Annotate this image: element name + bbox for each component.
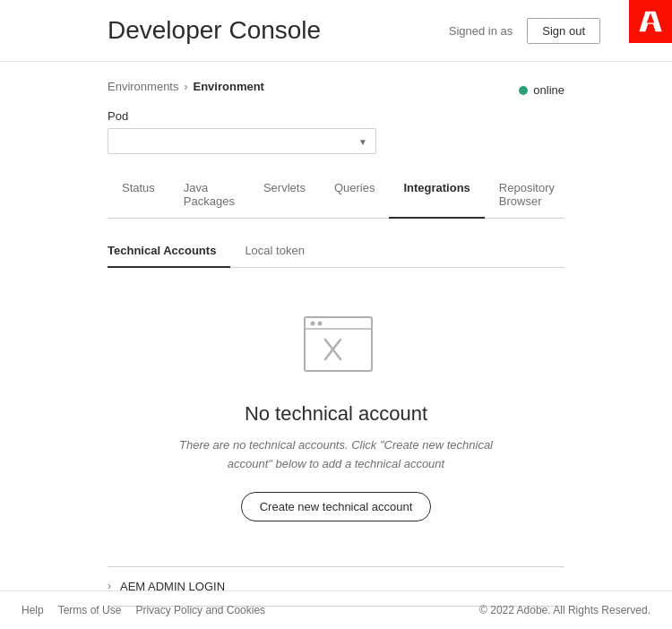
breadcrumb-current: Environment [193,80,263,93]
pod-label: Pod [108,109,564,123]
page-title: Developer Console [108,16,449,45]
breadcrumb-separator: › [184,81,187,93]
footer-privacy-link[interactable]: Privacy Policy and Cookies [135,604,265,616]
tab-servlets[interactable]: Servlets [249,172,320,219]
online-label: online [533,83,564,97]
breadcrumb: Environments › Environment [108,80,264,93]
tab-queries[interactable]: Queries [320,172,390,219]
tab-integrations[interactable]: Integrations [389,172,484,219]
pod-select-wrapper: ▼ [108,128,376,154]
signed-in-label: Signed in as [449,24,513,38]
footer: Help Terms of Use Privacy Policy and Coo… [0,590,672,629]
pod-section: Pod ▼ [108,109,564,154]
empty-state-title: No technical account [245,402,427,426]
sign-out-button[interactable]: Sign out [527,18,600,44]
footer-links: Help Terms of Use Privacy Policy and Coo… [22,604,265,616]
footer-copyright: © 2022 Adobe. All Rights Reserved. [479,604,650,616]
sub-tabs: Technical Accounts Local token [108,237,564,268]
online-indicator: online [519,83,564,97]
adobe-logo [629,0,672,43]
header: Developer Console Signed in as Sign out [0,0,672,62]
create-technical-account-button[interactable]: Create new technical account [241,492,432,521]
empty-state-description: There are no technical accounts. Click "… [166,436,506,474]
footer-terms-link[interactable]: Terms of Use [58,604,122,616]
online-dot [519,86,528,95]
subtab-technical-accounts[interactable]: Technical Accounts [108,237,230,268]
empty-state: No technical account There are no techni… [108,268,564,557]
tab-java-packages[interactable]: Java Packages [169,172,249,219]
breadcrumb-parent[interactable]: Environments [108,80,178,93]
nav-tabs: Status Java Packages Servlets Queries In… [108,172,564,219]
svg-point-4 [311,322,315,326]
subtab-local-token[interactable]: Local token [245,237,319,268]
svg-point-5 [318,322,323,326]
footer-help-link[interactable]: Help [22,604,44,616]
empty-state-icon [291,313,381,384]
main-content: Environments › Environment online Pod ▼ … [0,62,672,625]
pod-select[interactable] [108,128,376,154]
tab-status[interactable]: Status [108,172,169,219]
tab-repository-browser[interactable]: Repository Browser [485,172,569,219]
